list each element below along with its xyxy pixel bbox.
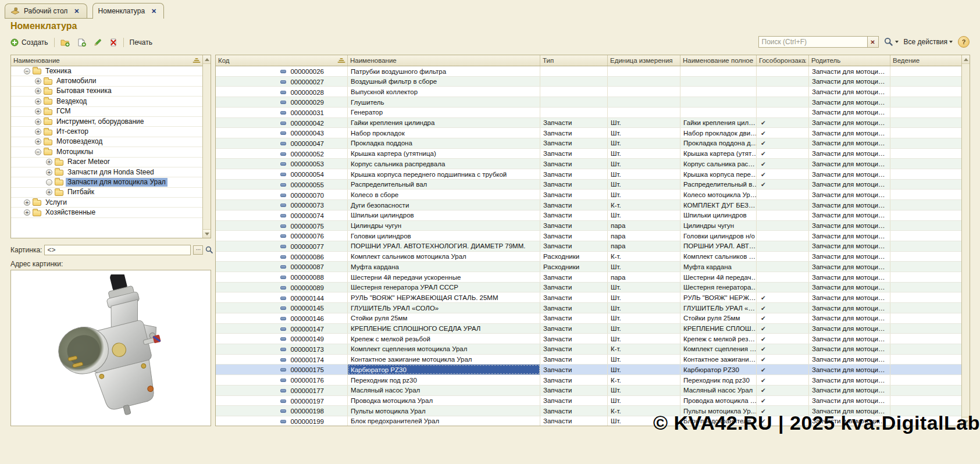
table-row[interactable]: 000000174 Контактное зажигание мотоцикла…	[216, 355, 961, 365]
expander-icon[interactable]: +	[46, 159, 52, 165]
expander-icon[interactable]	[46, 179, 52, 185]
tree-item-label[interactable]: Техника	[44, 67, 73, 76]
table-row[interactable]: 000000146 Стойки руля 25мм Запчасти Шт. …	[216, 313, 961, 324]
table-row[interactable]: 000000089 Шестерня генератора УРАЛ СССР …	[216, 283, 961, 293]
tab-desktop[interactable]: Рабочий стол ✕	[5, 3, 87, 18]
table-row[interactable]: 000000026 Патрубки воздушного фильтра За…	[216, 66, 961, 77]
tree-item-label[interactable]: Вездеход	[55, 97, 88, 106]
tree-item[interactable]: − Техника	[11, 66, 202, 76]
column-header-5[interactable]: Гособоронзаказ	[757, 55, 809, 66]
search-clear-icon[interactable]: ✕	[867, 37, 878, 47]
table-row[interactable]: 000000144 РУЛЬ "ВОЯЖ" НЕРЖАВЕЮЩАЯ СТАЛЬ.…	[216, 292, 961, 303]
table-row[interactable]: 000000175 Карбюратор PZ30 Запчасти Шт. К…	[216, 365, 961, 375]
table-row[interactable]: 000000055 Распределительный вал Запчасти…	[216, 180, 961, 190]
tree-scrollbar[interactable]	[202, 55, 211, 238]
tree-item-label[interactable]: Запчасти для Honda Steed	[66, 168, 156, 177]
tab-nomenclature[interactable]: Номенклатура ✕	[92, 3, 165, 19]
tree-item-label[interactable]: Мотоциклы	[55, 148, 95, 156]
tree-item[interactable]: + ГСМ	[11, 107, 202, 117]
column-header-3[interactable]: Единица измерения	[608, 55, 680, 66]
expander-icon[interactable]: +	[35, 108, 41, 115]
picture-search-icon[interactable]	[205, 246, 213, 254]
table-row[interactable]: 000000073 Дуги безопасности Запчасти К-т…	[216, 200, 961, 210]
table-row[interactable]: 000000145 ГЛУШИТЕЛЬ УРАЛ «СОЛО» Запчасти…	[216, 303, 961, 313]
tree-item-label[interactable]: Бытовая техника	[55, 87, 113, 95]
tree-item-label[interactable]: Питбайк	[66, 188, 96, 197]
picture-input[interactable]	[45, 246, 190, 254]
table-row[interactable]: 000000031 Генератор Запчасти для мотоци…	[216, 108, 961, 118]
column-header-6[interactable]: Родитель	[809, 55, 890, 66]
table-row[interactable]: 000000028 Выпускной коллектор Запчасти д…	[216, 87, 961, 97]
tree-item[interactable]: + Инструмент, оборудование	[11, 117, 202, 127]
help-button[interactable]: ?	[958, 36, 970, 48]
search-input[interactable]	[759, 37, 867, 47]
expander-icon[interactable]: +	[46, 189, 52, 195]
table-row[interactable]: 000000088 Шестерни 4й передачи ускоренны…	[216, 272, 961, 283]
tree-item-label[interactable]: Инструмент, оборудование	[55, 117, 146, 126]
tree-column-header[interactable]: Наименование	[11, 55, 202, 66]
table-row[interactable]: 000000053 Корпус сальника распредвала За…	[216, 159, 961, 169]
table-row[interactable]: 000000075 Цилиндры чугун Запчасти пара Ц…	[216, 221, 961, 231]
table-row[interactable]: 000000042 Гайки крепления цилиндра Запча…	[216, 118, 961, 129]
expander-icon[interactable]: +	[46, 169, 52, 176]
tree-item[interactable]: + Автомобили	[11, 76, 202, 86]
tree-item[interactable]: − Мотоциклы	[11, 147, 202, 157]
add-group-button[interactable]	[59, 37, 72, 48]
tree-item-label[interactable]: Услуги	[44, 198, 69, 207]
table-row[interactable]: 000000027 Воздушный фильтр в сборе Запча…	[216, 77, 961, 87]
expander-icon[interactable]: −	[24, 68, 30, 74]
table-row[interactable]: 000000147 КРЕПЛЕНИЕ СПЛОШНОГО СЕДЛА УРАЛ…	[216, 324, 961, 334]
table-row[interactable]: 000000052 Крышка картера (утятница) Запч…	[216, 149, 961, 159]
table-row[interactable]: 000000087 Муфта кардана Расходники Шт. М…	[216, 262, 961, 272]
column-header-0[interactable]: Код	[216, 55, 348, 66]
all-actions-button[interactable]: Все действия	[904, 38, 953, 46]
tree-item[interactable]: + Услуги	[11, 198, 202, 208]
tree-item-label[interactable]: Мотовездеход	[55, 137, 104, 146]
tree-item[interactable]: + Вездеход	[11, 97, 202, 106]
search-icon[interactable]	[884, 37, 899, 47]
tree-item-label[interactable]: Racer Meteor	[66, 158, 112, 166]
tree-item[interactable]: + Питбайк	[11, 188, 202, 198]
delete-button[interactable]	[108, 37, 119, 48]
expander-icon[interactable]: +	[35, 138, 41, 145]
expander-icon[interactable]: +	[35, 78, 41, 84]
table-row[interactable]: 000000086 Комплект сальников мотоцикла У…	[216, 252, 961, 262]
expander-icon[interactable]: +	[24, 199, 30, 206]
table-row[interactable]: 000000076 Головки цилиндров Запчасти пар…	[216, 231, 961, 241]
table-row[interactable]: 000000047 Прокладка поддона Запчасти Шт.…	[216, 138, 961, 149]
expander-icon[interactable]: +	[35, 98, 41, 105]
table-row[interactable]: 000000177 Масляный насос Урал Запчасти Ш…	[216, 386, 961, 396]
scroll-up-button[interactable]	[203, 55, 211, 64]
table-scrollbar[interactable]	[961, 55, 970, 426]
column-header-2[interactable]: Тип	[540, 55, 608, 66]
print-button[interactable]: Печать	[128, 37, 154, 48]
tree-item[interactable]: + Запчасти для Honda Steed	[11, 167, 202, 177]
table-row[interactable]: 000000043 Набор прокладок Запчасти Шт. Н…	[216, 128, 961, 138]
tree-item-label[interactable]: Хозяйственные	[44, 208, 97, 217]
table-row[interactable]: 000000054 Крышка корпуса переднего подши…	[216, 169, 961, 180]
expander-icon[interactable]: +	[35, 119, 41, 125]
picture-browse-button[interactable]: ...	[193, 245, 203, 255]
table-row[interactable]: 000000173 Комплект сцепления мотоцикла У…	[216, 344, 961, 355]
tree-item[interactable]: + Бытовая техника	[11, 87, 202, 97]
table-row[interactable]: 000000070 Колесо в сборе Запчасти Шт. Ко…	[216, 190, 961, 200]
table-row[interactable]: 000000176 Переходник под pz30 Запчасти К…	[216, 375, 961, 386]
table-row[interactable]: 000000074 Шпильки цилиндров Запчасти Шт.…	[216, 210, 961, 221]
create-button[interactable]: Создать	[9, 37, 50, 48]
table-row[interactable]: 000000197 Проводка мотоцикла Урал Запчас…	[216, 396, 961, 406]
tree-item-label[interactable]: Автомобили	[55, 77, 98, 85]
copy-item-button[interactable]	[76, 37, 88, 48]
expander-icon[interactable]: +	[35, 129, 41, 135]
scroll-up-button[interactable]	[962, 55, 970, 64]
tree-item[interactable]: + Ит-сектор	[11, 127, 202, 137]
tree-item[interactable]: + Хозяйственные	[11, 208, 202, 217]
column-header-1[interactable]: Наименование	[348, 55, 540, 66]
table-row[interactable]: 000000077 ПОРШНИ УРАЛ. АВТОТЕХНОЛОГИЯ. Д…	[216, 241, 961, 252]
tree-item-label[interactable]: Ит-сектор	[55, 127, 90, 136]
column-header-7[interactable]: Ведение	[890, 55, 961, 66]
scroll-down-button[interactable]	[203, 229, 211, 238]
table-row[interactable]: 000000149 Крепеж с мелкой резьбой Запчас…	[216, 334, 961, 344]
tree-item[interactable]: + Racer Meteor	[11, 158, 202, 167]
expander-icon[interactable]: +	[35, 88, 41, 94]
table-row[interactable]: 000000029 Глушитель Запчасти для мотоци…	[216, 97, 961, 108]
